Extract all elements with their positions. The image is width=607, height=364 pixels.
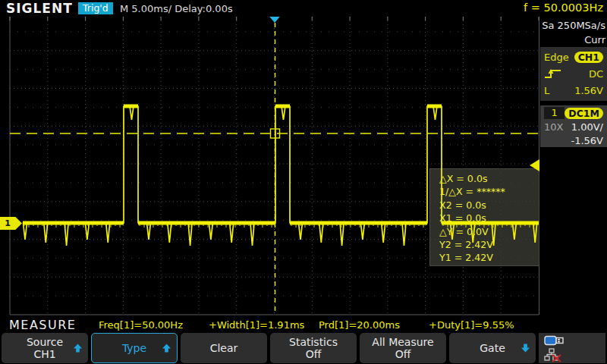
trigger-source-badge: CH1 <box>574 52 603 63</box>
timebase-readout: M 5.00ms/ Delay:0.00s <box>120 3 233 14</box>
trigger-status-badge: Trig'd <box>78 2 113 14</box>
menu-button-type[interactable]: Type <box>91 333 178 363</box>
sample-rate-readout: Sa 250MSa/s <box>540 19 605 33</box>
cursor-y2: Y2 = 2.42V <box>439 238 539 251</box>
sidebar: Sa 250MSa/s Curr 17.5Mpts Edge CH1 DC L … <box>540 17 607 317</box>
cursor-x1: X1 = 0.0s <box>439 212 539 224</box>
channel-offset-readout: -1.56V <box>571 135 603 146</box>
channel-scale-readout: 1.00V/ <box>571 121 603 133</box>
trigger-type-label: Edge <box>544 52 569 63</box>
cursor-inverse-delta-x: 1/△X = ****** <box>439 185 539 198</box>
usb-icon <box>544 335 565 347</box>
measure-title: MEASURE <box>9 318 76 332</box>
cursor-y1: Y1 = 2.42V <box>439 251 539 264</box>
menu-button-statistics[interactable]: Statistics Off <box>270 333 357 363</box>
probe-attenuation-label: 10X <box>544 121 563 133</box>
menu-button-clear[interactable]: Clear <box>181 333 267 363</box>
up-arrow-icon <box>162 344 171 353</box>
trigger-coupling-label: DC <box>589 68 603 80</box>
channel-number-badge: 1 <box>544 107 565 119</box>
trigger-level-label: L <box>544 85 549 96</box>
siglent-logo: SIGLENT <box>6 1 73 16</box>
measurement-freq: Freq[1]=50.00Hz <box>99 319 183 331</box>
channel-info-panel[interactable]: 1 DC1M 10X 1.00V/ -1.56V <box>540 105 607 147</box>
rising-edge-icon <box>544 67 562 80</box>
cursor-delta-x: △X = 0.0s <box>439 172 539 185</box>
status-icons-cell <box>539 333 605 363</box>
measurement-period: Prd[1]=20.00ms <box>319 319 400 331</box>
cursor-x2: X2 = 0.0s <box>439 199 539 212</box>
measurement-pos-width: +Width[1]=1.91ms <box>209 319 304 331</box>
menu-button-source[interactable]: Source CH1 <box>2 333 88 363</box>
graticule-layer <box>0 17 540 317</box>
up-arrow-icon <box>73 344 83 353</box>
channel-coupling-badge: DC1M <box>565 108 603 119</box>
cursor-readout-panel: △X = 0.0s 1/△X = ****** X2 = 0.0s X1 = 0… <box>429 168 539 266</box>
lan-disconnected-icon <box>544 348 562 362</box>
top-status-bar: SIGLENT Trig'd M 5.00ms/ Delay:0.00s f =… <box>0 0 607 17</box>
softkey-menu: Source CH1 Type Clear Statistics Off All… <box>0 332 607 364</box>
trigger-info-panel[interactable]: Edge CH1 DC L 1.56V <box>540 47 607 101</box>
frequency-counter: f = 50.0003Hz <box>524 2 603 14</box>
down-arrow-icon <box>521 344 530 353</box>
measure-bar: MEASURE Freq[1]=50.00Hz +Width[1]=1.91ms… <box>0 317 607 332</box>
measurement-pos-duty: +Duty[1]=9.55% <box>429 319 514 331</box>
menu-button-all-measure[interactable]: All Measure Off <box>360 333 446 363</box>
oscilloscope-screen: SIGLENT Trig'd M 5.00ms/ Delay:0.00s f =… <box>0 0 607 364</box>
trigger-level-value: 1.56V <box>574 85 603 96</box>
menu-button-gate[interactable]: Gate <box>449 333 536 363</box>
cursor-delta-y: △Y = 0.0V <box>439 225 539 238</box>
